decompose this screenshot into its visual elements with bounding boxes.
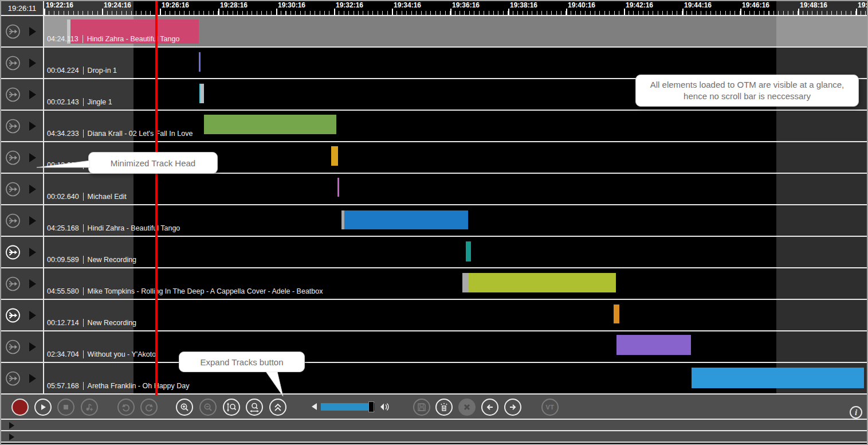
track-timeline[interactable]: 02:34.704Without you - Y'Akoto — [44, 331, 867, 362]
chevrons-up-icon — [273, 402, 283, 412]
track-play-button[interactable] — [29, 185, 36, 194]
callout-tail — [262, 372, 291, 397]
zoom-in-button[interactable] — [176, 399, 193, 416]
redo-button[interactable] — [140, 399, 158, 416]
record-button[interactable] — [11, 399, 29, 416]
track-duration: 04:25.168 — [47, 224, 79, 232]
track-head[interactable] — [1, 363, 44, 393]
track-play-button[interactable] — [29, 216, 36, 225]
next-button[interactable] — [504, 399, 521, 416]
track-head[interactable] — [1, 268, 44, 299]
audio-clip[interactable] — [692, 368, 864, 388]
volume-slider[interactable] — [321, 403, 375, 411]
callout-expand-tracks: Expand Tracks button — [179, 352, 305, 372]
track-play-button[interactable] — [29, 374, 36, 383]
track-play-button[interactable] — [29, 248, 36, 257]
audio-clip[interactable] — [466, 241, 471, 261]
zoom-in-icon — [179, 402, 190, 412]
track-title: Hindi Zahra - Beautiful Tango — [87, 35, 180, 43]
volume-max-icon[interactable] — [379, 402, 391, 412]
audio-clip[interactable] — [616, 335, 691, 355]
track-head[interactable] — [1, 48, 44, 78]
track-timeline[interactable]: 04:34.233Diana Krall - 02 Let's Fall In … — [44, 111, 867, 141]
track-head[interactable] — [1, 300, 44, 330]
track-play-button[interactable] — [29, 342, 36, 352]
expand-panel-arrow-icon[interactable] — [9, 422, 14, 429]
track-duration: 00:02.143 — [47, 98, 79, 106]
track-duration: 02:34.704 — [47, 350, 79, 358]
route-input-icon-armed — [5, 244, 21, 260]
track-timeline[interactable]: 00:09.589New Recording — [44, 237, 867, 267]
play-button[interactable] — [34, 399, 52, 416]
label-divider — [83, 256, 84, 264]
track-play-button[interactable] — [29, 58, 36, 68]
track-duration: 04:34.233 — [47, 130, 79, 138]
audio-clip[interactable] — [468, 273, 616, 292]
zoom-out-button[interactable] — [199, 399, 217, 416]
track-head[interactable] — [1, 111, 44, 141]
ruler-label: 19:32:16 — [334, 1, 363, 15]
expand-panel-arrow-icon[interactable] — [9, 434, 14, 440]
track-timeline[interactable]: 05:57.168Aretha Franklin - Oh Happy Day — [44, 363, 867, 393]
audio-clip[interactable] — [204, 115, 336, 134]
audio-clip[interactable] — [344, 210, 468, 229]
track-play-button[interactable] — [29, 90, 36, 99]
callout-text: Minimized Track Head — [111, 158, 195, 168]
undo-button[interactable] — [117, 399, 135, 416]
track-play-button[interactable] — [29, 279, 36, 288]
label-divider — [83, 350, 84, 358]
clear-all-button[interactable] — [435, 399, 453, 416]
track-head[interactable] — [1, 16, 44, 46]
track-timeline[interactable]: 04:24.113Hindi Zahra - Beautiful Tango — [44, 16, 867, 46]
stop-button[interactable] — [57, 399, 74, 416]
volume-min-icon[interactable] — [311, 402, 318, 411]
label-divider — [83, 287, 84, 295]
track-label: 05:57.168Aretha Franklin - Oh Happy Day — [47, 382, 189, 390]
time-ruler[interactable]: 19:22:16 19:24:16 19:26:16 19:28:16 19:3… — [44, 1, 867, 15]
track-head[interactable] — [1, 174, 44, 204]
voice-track-button[interactable]: VT — [541, 399, 559, 416]
add-audio-button[interactable] — [81, 399, 98, 416]
audio-clip[interactable] — [199, 52, 201, 72]
label-divider — [83, 193, 84, 201]
track-play-button[interactable] — [29, 122, 36, 131]
track-timeline[interactable]: 04:25.168Hindi Zahra - Beautiful Tango — [44, 205, 867, 236]
collapsed-panel-1[interactable] — [1, 420, 867, 431]
playhead-cursor[interactable] — [155, 1, 158, 395]
audio-clip[interactable] — [614, 305, 619, 323]
audio-clip[interactable] — [337, 178, 339, 197]
previous-button[interactable] — [481, 399, 498, 416]
track-duration: 04:24.113 — [47, 35, 78, 43]
collapsed-panel-2[interactable] — [1, 431, 867, 443]
track-play-button[interactable] — [29, 311, 36, 320]
track-title: New Recording — [88, 319, 136, 327]
save-button[interactable] — [413, 399, 430, 416]
zoom-horizontal-button[interactable] — [246, 399, 263, 416]
expand-tracks-button[interactable] — [269, 399, 286, 416]
audio-clip[interactable] — [201, 84, 204, 103]
track-timeline[interactable]: 00:02.640Michael Edit — [44, 174, 867, 204]
track-timeline[interactable]: 04:55.580Mike Tompkins - Rolling In The … — [44, 268, 867, 299]
track-label: 00:12.714New Recording — [47, 319, 136, 327]
beyond-content-shade — [776, 237, 867, 267]
route-input-icon — [5, 87, 21, 102]
track-head[interactable] — [1, 205, 44, 236]
track-play-button[interactable] — [29, 153, 36, 162]
volume-slider-thumb[interactable] — [368, 401, 374, 412]
track-label: 00:04.224Drop-in 1 — [47, 67, 117, 75]
close-button[interactable] — [458, 399, 476, 416]
audio-clip[interactable] — [331, 146, 338, 166]
track-timeline[interactable]: 00:12.714New Recording — [44, 300, 867, 330]
track-head[interactable] — [1, 237, 44, 267]
track-row: 04:55.580Mike Tompkins - Rolling In The … — [1, 268, 867, 300]
track-timeline[interactable]: 00:04.224Drop-in 1 — [44, 48, 867, 78]
track-head[interactable] — [1, 79, 44, 110]
label-divider — [83, 98, 84, 106]
track-play-button[interactable] — [29, 27, 36, 36]
track-head[interactable] — [1, 331, 44, 362]
ruler-label: 19:26:16 — [160, 1, 189, 15]
zoom-vertical-button[interactable] — [223, 399, 240, 416]
route-input-icon — [5, 339, 21, 354]
info-icon[interactable]: i — [850, 406, 862, 419]
arrow-left-icon — [485, 403, 494, 412]
